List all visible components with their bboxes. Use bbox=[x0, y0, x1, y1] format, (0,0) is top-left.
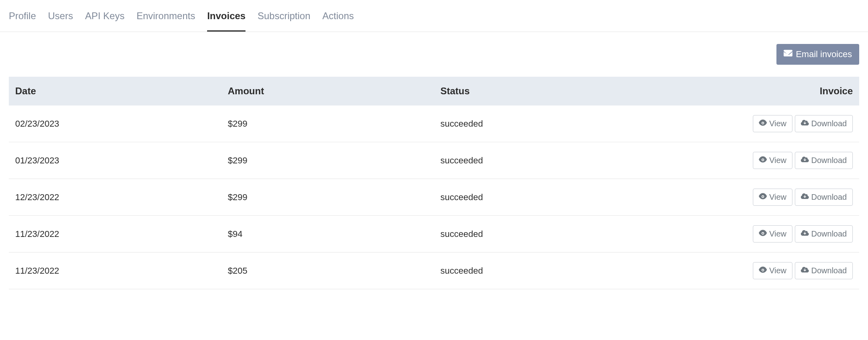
cell-actions: ViewDownload bbox=[647, 253, 859, 289]
download-button[interactable]: Download bbox=[795, 262, 853, 279]
cell-date: 12/23/2022 bbox=[9, 179, 221, 216]
download-label: Download bbox=[811, 193, 847, 202]
download-button[interactable]: Download bbox=[795, 189, 853, 206]
cell-status: succeeded bbox=[434, 105, 647, 142]
view-label: View bbox=[769, 193, 786, 202]
cell-date: 02/23/2023 bbox=[9, 105, 221, 142]
download-button[interactable]: Download bbox=[795, 115, 853, 132]
cell-status: succeeded bbox=[434, 253, 647, 289]
view-button[interactable]: View bbox=[753, 152, 792, 169]
content-area: Email invoices Date Amount Status Invoic… bbox=[0, 32, 868, 289]
toolbar: Email invoices bbox=[9, 44, 859, 65]
cell-actions: ViewDownload bbox=[647, 105, 859, 142]
cloud-download-icon bbox=[801, 229, 809, 239]
table-header-row: Date Amount Status Invoice bbox=[9, 77, 859, 105]
cell-amount: $94 bbox=[221, 216, 434, 253]
cell-actions: ViewDownload bbox=[647, 142, 859, 179]
download-label: Download bbox=[811, 156, 847, 165]
view-label: View bbox=[769, 266, 786, 275]
cell-actions: ViewDownload bbox=[647, 179, 859, 216]
table-row: 11/23/2022$205succeededViewDownload bbox=[9, 253, 859, 289]
tab-bar: ProfileUsersAPI KeysEnvironmentsInvoices… bbox=[0, 0, 868, 32]
cell-status: succeeded bbox=[434, 179, 647, 216]
view-button[interactable]: View bbox=[753, 262, 792, 279]
email-invoices-label: Email invoices bbox=[796, 49, 852, 60]
tab-actions[interactable]: Actions bbox=[322, 7, 354, 32]
view-button[interactable]: View bbox=[753, 115, 792, 132]
download-label: Download bbox=[811, 229, 847, 239]
cell-actions: ViewDownload bbox=[647, 216, 859, 253]
tab-api-keys[interactable]: API Keys bbox=[85, 7, 125, 32]
cloud-download-icon bbox=[801, 192, 809, 202]
download-button[interactable]: Download bbox=[795, 152, 853, 169]
eye-icon bbox=[759, 229, 767, 239]
tab-users[interactable]: Users bbox=[48, 7, 73, 32]
tab-subscription[interactable]: Subscription bbox=[257, 7, 310, 32]
tab-profile[interactable]: Profile bbox=[9, 7, 36, 32]
invoices-table-body: 02/23/2023$299succeededViewDownload01/23… bbox=[9, 105, 859, 289]
col-header-date: Date bbox=[9, 77, 221, 105]
download-button[interactable]: Download bbox=[795, 225, 853, 243]
view-label: View bbox=[769, 229, 786, 239]
cell-date: 11/23/2022 bbox=[9, 253, 221, 289]
table-row: 01/23/2023$299succeededViewDownload bbox=[9, 142, 859, 179]
cell-status: succeeded bbox=[434, 142, 647, 179]
cell-amount: $299 bbox=[221, 105, 434, 142]
cell-amount: $299 bbox=[221, 179, 434, 216]
view-label: View bbox=[769, 156, 786, 165]
cell-amount: $299 bbox=[221, 142, 434, 179]
cell-amount: $205 bbox=[221, 253, 434, 289]
cell-status: succeeded bbox=[434, 216, 647, 253]
tab-invoices[interactable]: Invoices bbox=[207, 7, 245, 32]
eye-icon bbox=[759, 119, 767, 129]
tab-environments[interactable]: Environments bbox=[136, 7, 195, 32]
download-label: Download bbox=[811, 266, 847, 275]
email-invoices-button[interactable]: Email invoices bbox=[776, 44, 859, 65]
table-row: 12/23/2022$299succeededViewDownload bbox=[9, 179, 859, 216]
cell-date: 11/23/2022 bbox=[9, 216, 221, 253]
eye-icon bbox=[759, 155, 767, 165]
view-label: View bbox=[769, 119, 786, 128]
cell-date: 01/23/2023 bbox=[9, 142, 221, 179]
table-row: 11/23/2022$94succeededViewDownload bbox=[9, 216, 859, 253]
invoices-table: Date Amount Status Invoice 02/23/2023$29… bbox=[9, 77, 859, 289]
download-label: Download bbox=[811, 119, 847, 128]
table-row: 02/23/2023$299succeededViewDownload bbox=[9, 105, 859, 142]
envelope-icon bbox=[784, 49, 792, 60]
eye-icon bbox=[759, 266, 767, 276]
col-header-amount: Amount bbox=[221, 77, 434, 105]
col-header-invoice: Invoice bbox=[647, 77, 859, 105]
cloud-download-icon bbox=[801, 266, 809, 276]
view-button[interactable]: View bbox=[753, 189, 792, 206]
cloud-download-icon bbox=[801, 119, 809, 129]
eye-icon bbox=[759, 192, 767, 202]
view-button[interactable]: View bbox=[753, 225, 792, 243]
col-header-status: Status bbox=[434, 77, 647, 105]
cloud-download-icon bbox=[801, 155, 809, 165]
